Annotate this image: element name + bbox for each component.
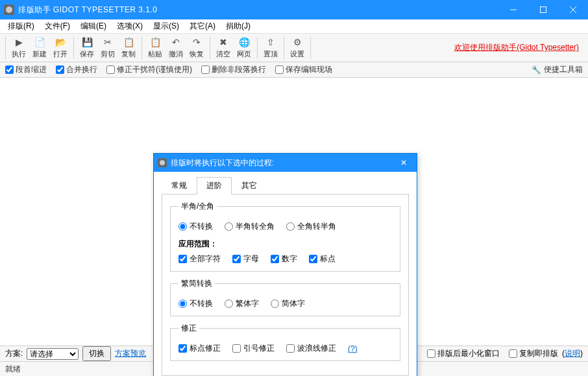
menu-item[interactable]: 选项(X): [112, 19, 148, 34]
help-link[interactable]: (?): [348, 344, 358, 353]
toolbar-剪切-button[interactable]: ✂剪切: [97, 35, 118, 60]
radio-不转换[interactable]: 不转换: [178, 221, 213, 232]
dialog-titlebar: 排版时将执行以下选中的过程: ✕: [154, 154, 417, 172]
option-合并换行[interactable]: 合并换行: [56, 64, 97, 75]
bottom-check-复制即排版[interactable]: 复制即排版: [509, 348, 558, 359]
window-titlebar: 排版助手 GIDOT TYPESETTER 3.1.0: [0, 0, 588, 19]
toolbar-复制-button[interactable]: 📋复制: [118, 35, 139, 60]
tab-panel-advanced: 半角/全角 不转换 半角转全角 全角转半角 应用范围： 全部字符 字母 数字 标…: [162, 194, 409, 376]
radio-input[interactable]: [225, 300, 233, 308]
group-halfwidth-fullwidth: 半角/全角 不转换 半角转全角 全角转半角 应用范围： 全部字符 字母 数字 标…: [170, 201, 400, 272]
main-editor-area[interactable]: 排版时将执行以下选中的过程: ✕ 常规进阶其它 半角/全角 不转换 半角转全角 …: [0, 78, 588, 346]
toolbar-清空-button[interactable]: ✖清空: [213, 35, 234, 60]
checkbox-input[interactable]: [178, 344, 187, 353]
置顶-icon: ⇧: [265, 36, 276, 48]
checkbox[interactable]: [106, 65, 115, 74]
radio-简体字[interactable]: 简体字: [271, 298, 305, 309]
撤消-icon: ↶: [170, 36, 182, 48]
check-标点修正[interactable]: 标点修正: [178, 343, 221, 354]
tab-进阶[interactable]: 进阶: [197, 177, 232, 194]
toolbar-粘贴-button[interactable]: 📋粘贴: [145, 35, 165, 60]
check-引号修正[interactable]: 引号修正: [232, 343, 275, 354]
toolbar-执行-button[interactable]: ▶执行: [8, 35, 29, 60]
radio-繁体字[interactable]: 繁体字: [225, 298, 259, 309]
status-text: 就绪: [5, 364, 21, 375]
radio-input[interactable]: [225, 222, 233, 231]
toolbar-恢复-button[interactable]: ↷恢复: [186, 35, 207, 60]
maximize-button[interactable]: [528, 0, 558, 19]
radio-input[interactable]: [178, 300, 187, 308]
checkbox[interactable]: [509, 349, 517, 358]
toolbar-打开-button[interactable]: 📂打开: [50, 35, 71, 60]
option-保存编辑现场[interactable]: 保存编辑现场: [275, 64, 332, 75]
checkbox-input[interactable]: [286, 344, 295, 353]
scheme-preview-link[interactable]: 方案预览: [115, 348, 146, 359]
check-字母[interactable]: 字母: [232, 253, 259, 264]
dialog-body: 常规进阶其它 半角/全角 不转换 半角转全角 全角转半角 应用范围： 全部字符 …: [154, 172, 417, 376]
group-traditional-simplified: 繁简转换 不转换 繁体字 简体字: [170, 278, 400, 316]
剪切-icon: ✂: [102, 36, 114, 48]
window-title: 排版助手 GIDOT TYPESETTER 3.1.0: [18, 5, 498, 16]
新建-icon: 📄: [34, 36, 45, 48]
checkbox-input[interactable]: [309, 255, 317, 263]
radio-半角转全角[interactable]: 半角转全角: [225, 221, 275, 232]
check-波浪线修正[interactable]: 波浪线修正: [286, 343, 336, 354]
checkbox[interactable]: [275, 65, 284, 74]
toolbar: ▶执行📄新建📂打开💾保存✂剪切📋复制📋粘贴↶撤消↷恢复✖清空🌐网页⇧置顶⚙设置欢…: [0, 34, 588, 62]
tab-其它[interactable]: 其它: [232, 177, 267, 194]
option-段首缩进[interactable]: 段首缩进: [5, 64, 47, 75]
scheme-label: 方案:: [5, 348, 23, 359]
menu-item[interactable]: 显示(S): [148, 19, 184, 34]
window-buttons: [498, 0, 588, 19]
menu-item[interactable]: 其它(A): [184, 19, 221, 34]
radio-input[interactable]: [178, 222, 187, 231]
dialog-tabs: 常规进阶其它: [162, 177, 409, 194]
option-删除非段落换行[interactable]: 删除非段落换行: [201, 64, 266, 75]
menu-item[interactable]: 排版(R): [3, 19, 40, 34]
checkbox[interactable]: [427, 349, 435, 358]
dialog-close-button[interactable]: ✕: [391, 158, 417, 167]
toolbar-撤消-button[interactable]: ↶撤消: [165, 35, 186, 60]
radio-input[interactable]: [286, 222, 295, 231]
tab-常规[interactable]: 常规: [162, 177, 197, 194]
toolbar-新建-button[interactable]: 📄新建: [29, 35, 50, 60]
check-row: 标点修正 引号修正 波浪线修正(?): [178, 343, 392, 354]
switch-button[interactable]: 切换: [82, 346, 111, 361]
dialog-title: 排版时将执行以下选中的过程:: [171, 158, 391, 169]
toolbar-网页-button[interactable]: 🌐网页: [234, 35, 254, 60]
checkbox-input[interactable]: [271, 255, 279, 263]
app-icon: [4, 5, 14, 15]
close-button[interactable]: [558, 0, 588, 19]
radio-input[interactable]: [271, 300, 279, 308]
menu-item[interactable]: 文件(F): [40, 19, 75, 34]
check-标点[interactable]: 标点: [309, 253, 336, 264]
toolbox-button[interactable]: 🔧 便捷工具箱: [532, 64, 583, 75]
bottom-check-排版后最小化窗口[interactable]: 排版后最小化窗口: [427, 348, 500, 359]
checkbox-input[interactable]: [232, 255, 241, 263]
设置-icon: ⚙: [291, 36, 303, 48]
check-全部字符[interactable]: 全部字符: [178, 253, 221, 264]
toolbar-置顶-button[interactable]: ⇧置顶: [260, 35, 281, 60]
radio-不转换[interactable]: 不转换: [178, 298, 213, 309]
option-修正干扰符(谨慎使用)[interactable]: 修正干扰符(谨慎使用): [106, 64, 192, 75]
minimize-button[interactable]: [498, 0, 528, 19]
check-row: 全部字符 字母 数字 标点: [178, 253, 392, 264]
checkbox[interactable]: [56, 65, 64, 74]
explain-link[interactable]: 说明: [565, 349, 580, 358]
checkbox[interactable]: [201, 65, 210, 74]
粘贴-icon: 📋: [149, 36, 161, 48]
checkbox[interactable]: [5, 65, 14, 74]
toolbar-保存-button[interactable]: 💾保存: [77, 35, 97, 60]
toolbar-设置-button[interactable]: ⚙设置: [287, 35, 308, 60]
welcome-link[interactable]: 欢迎使用排版助手(Gidot Typesetter): [454, 42, 579, 53]
menu-item[interactable]: 编辑(E): [75, 19, 112, 34]
check-数字[interactable]: 数字: [271, 253, 297, 264]
menu-item[interactable]: 捐助(J): [221, 19, 256, 34]
scheme-select[interactable]: 请选择: [27, 348, 79, 360]
menubar: 排版(R)文件(F)编辑(E)选项(X)显示(S)其它(A)捐助(J): [0, 19, 588, 34]
dialog-icon: [158, 158, 167, 167]
radio-全角转半角[interactable]: 全角转半角: [286, 221, 336, 232]
checkbox-input[interactable]: [178, 255, 187, 263]
svg-rect-1: [541, 7, 546, 13]
checkbox-input[interactable]: [232, 344, 241, 353]
